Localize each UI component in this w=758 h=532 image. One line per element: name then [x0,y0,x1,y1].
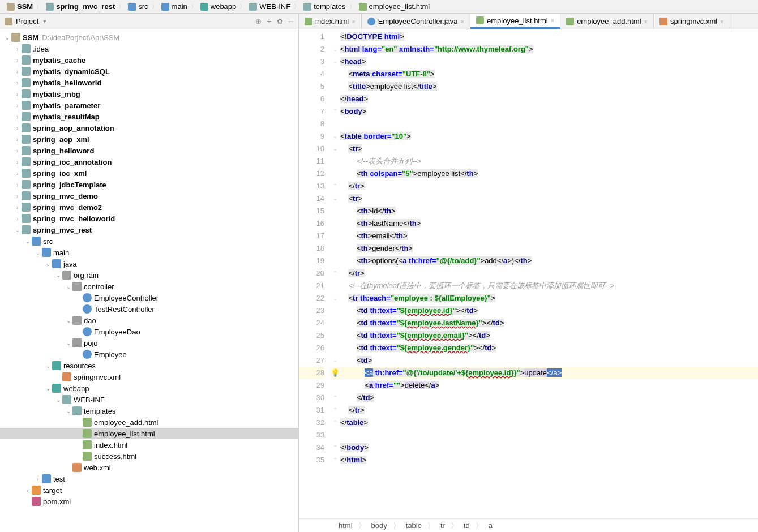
expand-arrow-icon[interactable]: › [14,114,22,120]
expand-arrow-icon[interactable]: › [14,91,22,97]
editor-tab[interactable]: index.html× [299,14,362,29]
tree-node[interactable]: ⌄WEB-INF [0,394,298,405]
editor-tab[interactable]: EmployeeController.java× [362,14,470,29]
tree-node[interactable]: index.html [0,439,298,451]
tree-node[interactable]: ⌄resources [0,360,298,371]
tree-node[interactable]: pom.xml [0,496,298,507]
status-crumb[interactable]: tr [440,521,445,530]
expand-arrow-icon[interactable]: ⌄ [44,261,52,267]
expand-arrow-icon[interactable]: › [14,159,22,165]
collapse-icon[interactable]: ÷ [267,17,271,25]
tree-node[interactable]: ›mybatis_helloworld [0,77,298,88]
expand-arrow-icon[interactable]: › [14,125,22,131]
tree-node[interactable]: ›.idea [0,43,298,54]
tree-node[interactable]: ›spring_ioc_annotation [0,156,298,168]
expand-arrow-icon[interactable]: › [14,148,22,154]
tree-node[interactable]: ⌄src [0,235,298,247]
status-crumb[interactable]: body [371,521,387,530]
tree-node[interactable]: ›mybatis_resultMap [0,111,298,122]
target-icon[interactable]: ⊕ [255,17,262,25]
expand-arrow-icon[interactable]: ⌄ [54,397,62,403]
gear-icon[interactable]: ✿ [277,17,283,25]
tree-node[interactable]: ›mybatis_mbg [0,88,298,100]
expand-arrow-icon[interactable]: ⌄ [65,284,72,290]
tree-node[interactable]: Employee [0,349,298,360]
close-tab-icon[interactable]: × [352,18,355,25]
status-crumb[interactable]: table [406,521,422,530]
close-tab-icon[interactable]: × [720,18,723,25]
expand-arrow-icon[interactable]: › [14,170,22,177]
tree-node[interactable]: ›mybatis_parameter [0,100,298,111]
tree-node[interactable]: ›spring_mvc_demo [0,190,298,201]
expand-arrow-icon[interactable]: › [14,216,22,222]
editor-tab[interactable]: employee_list.html× [470,14,560,29]
tree-node[interactable]: success.html [0,451,298,462]
breadcrumb-segment[interactable]: WEB-INF [246,0,294,13]
tree-node[interactable]: ⌄dao [0,315,298,326]
tree-node[interactable]: ›mybatis_cache [0,54,298,66]
status-breadcrumb[interactable]: html〉body〉table〉tr〉td〉a [299,518,758,532]
expand-arrow-icon[interactable]: ⌄ [24,238,32,244]
expand-arrow-icon[interactable]: › [14,57,22,63]
close-tab-icon[interactable]: × [644,18,648,25]
code-editor[interactable]: 1234567891011121314151617181920212223242… [299,29,758,518]
expand-arrow-icon[interactable]: ⌄ [44,385,52,392]
tree-node[interactable]: ›spring_mvc_helloworld [0,213,298,224]
expand-arrow-icon[interactable]: ⌄ [44,363,52,369]
status-crumb[interactable]: html [339,521,353,530]
expand-arrow-icon[interactable]: › [14,193,22,199]
breadcrumb-segment[interactable]: employee_list.html [356,0,434,13]
expand-arrow-icon[interactable]: ⌄ [65,408,72,414]
tree-node[interactable]: ⌄main [0,247,298,258]
expand-arrow-icon[interactable]: › [14,80,22,86]
breadcrumb-segment[interactable]: src [125,0,151,13]
expand-arrow-icon[interactable]: › [14,204,22,211]
status-crumb[interactable]: a [489,521,493,530]
close-tab-icon[interactable]: × [551,17,554,24]
tree-node[interactable]: ›spring_aop_xml [0,134,298,145]
tree-node[interactable]: ⌄SSMD:\ideaPorject\Apr\SSM [0,32,298,43]
tree-node[interactable]: ›target [0,484,298,496]
tree-node[interactable]: EmployeeDao [0,326,298,337]
expand-arrow-icon[interactable]: › [14,102,22,109]
tree-node[interactable]: ⌄org.rain [0,269,298,281]
tree-node[interactable]: ⌄pojo [0,337,298,349]
tree-node[interactable]: employee_list.html [0,428,298,439]
breadcrumb-segment[interactable]: webapp [197,0,240,13]
expand-arrow-icon[interactable]: › [14,136,22,143]
expand-arrow-icon[interactable]: ⌄ [3,35,11,41]
tree-node[interactable]: ⌄spring_mvc_rest [0,224,298,235]
expand-arrow-icon[interactable]: › [34,476,42,482]
project-dropdown[interactable]: Project ▼ [5,17,47,25]
expand-arrow-icon[interactable]: ⌄ [34,250,42,256]
tree-node[interactable]: employee_add.html [0,417,298,428]
tree-node[interactable]: TestRestController [0,303,298,315]
close-tab-icon[interactable]: × [461,18,464,25]
tree-node[interactable]: ›spring_jdbcTemplate [0,179,298,190]
project-tree[interactable]: ⌄SSMD:\ideaPorject\Apr\SSM›.idea›mybatis… [0,29,299,532]
tree-node[interactable]: web.xml [0,462,298,473]
editor-tab[interactable]: springmvc.xml× [654,14,730,29]
expand-arrow-icon[interactable]: ⌄ [65,340,72,346]
breadcrumb-segment[interactable]: SSM [3,0,36,13]
breadcrumb-segment[interactable]: templates [300,0,349,13]
expand-arrow-icon[interactable]: › [14,46,22,52]
breadcrumb-segment[interactable]: main [158,0,191,13]
tree-node[interactable]: EmployeeController [0,292,298,303]
expand-arrow-icon[interactable]: › [14,182,22,188]
tree-node[interactable]: ›spring_helloword [0,145,298,156]
tree-node[interactable]: ›mybatis_dynamicSQL [0,66,298,77]
status-crumb[interactable]: td [464,521,470,530]
expand-arrow-icon[interactable]: › [14,68,22,75]
tree-node[interactable]: ⌄controller [0,281,298,292]
expand-arrow-icon[interactable]: ⌄ [54,272,62,278]
tree-node[interactable]: ⌄webapp [0,383,298,394]
tree-node[interactable]: ›spring_aop_annotation [0,122,298,134]
hide-icon[interactable]: ─ [289,17,294,25]
tree-node[interactable]: ›spring_mvc_demo2 [0,201,298,213]
breadcrumb-segment[interactable]: spring_mvc_rest [42,0,118,13]
tree-node[interactable]: ›test [0,473,298,484]
expand-arrow-icon[interactable]: ⌄ [14,227,22,233]
tree-node[interactable]: ⌄java [0,258,298,269]
expand-arrow-icon[interactable]: › [24,487,32,494]
